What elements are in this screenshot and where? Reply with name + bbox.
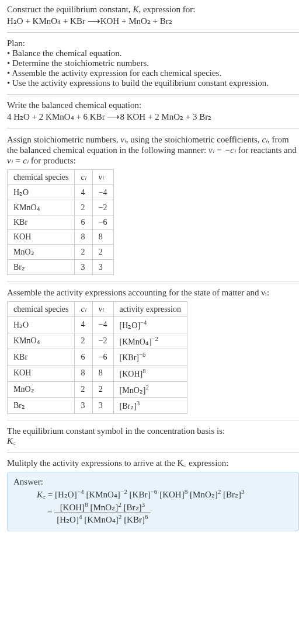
- intro-eq-lhs: H₂O + KMnO₄ + KBr: [7, 16, 85, 26]
- cell-species: H₂O: [8, 317, 75, 333]
- act-exp: 8: [142, 368, 145, 374]
- plan-bullet-2: • Determine the stoichiometric numbers.: [7, 58, 299, 68]
- num-term: [Br₂]3: [124, 503, 145, 512]
- cell-nui: 3: [92, 398, 113, 414]
- cell-ci: 4: [75, 185, 92, 200]
- stoich-text: Assign stoichiometric numbers,: [7, 135, 120, 144]
- term-base: [MnO₂]: [190, 490, 218, 499]
- balanced-block: Write the balanced chemical equation: 4 …: [7, 100, 299, 122]
- prod-term: [H₂O]−4: [55, 490, 84, 499]
- answer-fraction-line: = [KOH]8 [MnO₂]2 [Br₂]3 [H₂O]4 [KMnO₄]2 …: [13, 501, 293, 525]
- cell-species: KBr: [8, 215, 75, 230]
- cell-nui: −2: [92, 200, 113, 215]
- reaction-arrow-icon: [85, 16, 100, 26]
- term-exp: 3: [241, 488, 245, 495]
- activity-table: chemical species cᵢ νᵢ activity expressi…: [7, 301, 187, 414]
- term-base: [Br₂]: [223, 490, 241, 499]
- act-exp: −4: [140, 319, 147, 326]
- cell-species: KMnO₄: [8, 333, 75, 349]
- fraction: [KOH]8 [MnO₂]2 [Br₂]3 [H₂O]4 [KMnO₄]2 [K…: [54, 501, 150, 525]
- term-base: [H₂O]: [57, 515, 79, 524]
- cell-species: MnO₂: [8, 245, 75, 260]
- answer-label: Answer:: [13, 477, 293, 487]
- table-row: H₂O4−4: [8, 185, 114, 200]
- divider: [7, 128, 299, 128]
- cell-nui: −6: [92, 349, 113, 365]
- term-exp: −4: [77, 488, 84, 495]
- term-exp: 4: [79, 513, 82, 520]
- table-row: KOH88: [8, 230, 114, 245]
- stoich-rel1: νᵢ = −cᵢ: [208, 145, 236, 155]
- kc-var: K꜀: [37, 490, 46, 499]
- cell-ci: 6: [75, 349, 92, 365]
- col-nui: νᵢ: [92, 302, 113, 317]
- activity-intro: Assemble the activity expressions accoun…: [7, 287, 299, 298]
- divider: [7, 281, 299, 281]
- prod-term: [KBr]−6: [130, 490, 158, 499]
- cell-nui: 2: [92, 245, 113, 260]
- cell-activity: [KBr]−6: [113, 349, 187, 365]
- term-base: [Br₂]: [124, 503, 142, 512]
- act-base: [KMnO₄]: [120, 337, 152, 346]
- cell-species: H₂O: [8, 185, 75, 200]
- table-header-row: chemical species cᵢ νᵢ activity expressi…: [8, 302, 187, 317]
- term-base: [H₂O]: [55, 490, 77, 499]
- plan-bullet-4: • Use the activity expressions to build …: [7, 78, 299, 88]
- cell-ci: 6: [75, 215, 92, 230]
- cell-nui: 3: [92, 260, 113, 275]
- cell-nui: −4: [92, 185, 113, 200]
- intro-block: Construct the equilibrium constant, K, e…: [7, 5, 299, 26]
- term-exp: 2: [118, 501, 121, 508]
- plan-block: Plan: • Balance the chemical equation. •…: [7, 39, 299, 88]
- cell-activity: [Br₂]3: [113, 398, 187, 414]
- stoich-text: for reactants and: [236, 145, 297, 155]
- balanced-eq-rhs: 8 KOH + 2 MnO₂ + 3 Br₂: [120, 112, 211, 121]
- col-activity: activity expression: [113, 302, 187, 317]
- col-species: chemical species: [8, 302, 75, 317]
- stoich-text: , using the stoichiometric coefficients,: [126, 135, 262, 144]
- cell-nui: −4: [92, 317, 113, 333]
- plan-bullet-1: • Balance the chemical equation.: [7, 48, 299, 58]
- intro-text-post: , expression for:: [138, 5, 195, 14]
- table-row: H₂O4−4[H₂O]−4: [8, 317, 187, 333]
- cell-ci: 2: [75, 381, 92, 398]
- table-row: MnO₂22[MnO₂]2: [8, 381, 187, 398]
- divider: [7, 452, 299, 452]
- answer-box: Answer: K꜀ = [H₂O]−4 [KMnO₄]−2 [KBr]−6 […: [7, 472, 299, 531]
- plan-bullet-3: • Assemble the activity expression for e…: [7, 68, 299, 78]
- cell-ci: 3: [75, 260, 92, 275]
- table-row: KOH88[KOH]8: [8, 365, 187, 381]
- cell-ci: 2: [75, 245, 92, 260]
- term-exp: 8: [85, 501, 88, 508]
- answer-product-line: K꜀ = [H₂O]−4 [KMnO₄]−2 [KBr]−6 [KOH]8 [M…: [13, 488, 293, 500]
- balanced-intro: Write the balanced chemical equation:: [7, 100, 299, 110]
- cell-nui: 2: [92, 381, 113, 398]
- act-base: [Br₂]: [120, 402, 137, 410]
- prod-term: [KOH]8: [159, 490, 187, 499]
- table-row: KBr6−6[KBr]−6: [8, 349, 187, 365]
- term-base: [KBr]: [124, 515, 145, 524]
- balanced-equation: 4 H₂O + 2 KMnO₄ + 6 KBr8 KOH + 2 MnO₂ + …: [7, 112, 299, 122]
- plan-heading: Plan:: [7, 39, 299, 48]
- multiply-block: Mulitply the activity expressions to arr…: [7, 458, 299, 531]
- cell-ci: 4: [75, 317, 92, 333]
- table-row: Br₂33[Br₂]3: [8, 398, 187, 414]
- term-exp: 6: [145, 513, 148, 520]
- table-row: KMnO₄2−2: [8, 200, 114, 215]
- cell-activity: [H₂O]−4: [113, 317, 187, 333]
- stoich-rel2: νᵢ = cᵢ: [7, 156, 29, 165]
- act-exp: 2: [145, 384, 148, 391]
- num-term: [KOH]8: [60, 503, 88, 512]
- cell-activity: [KMnO₄]−2: [113, 333, 187, 349]
- table-row: Br₂33: [8, 260, 114, 275]
- cell-nui: −6: [92, 215, 113, 230]
- intro-equation: H₂O + KMnO₄ + KBrKOH + MnO₂ + Br₂: [7, 16, 299, 26]
- reaction-arrow-icon: [105, 112, 120, 121]
- cell-ci: 2: [75, 200, 92, 215]
- act-exp: −2: [152, 336, 158, 342]
- term-base: [KOH]: [60, 503, 85, 512]
- act-base: [MnO₂]: [120, 385, 146, 394]
- col-species: chemical species: [8, 170, 75, 185]
- term-base: [KMnO₄]: [86, 490, 120, 499]
- term-exp: 2: [119, 513, 122, 520]
